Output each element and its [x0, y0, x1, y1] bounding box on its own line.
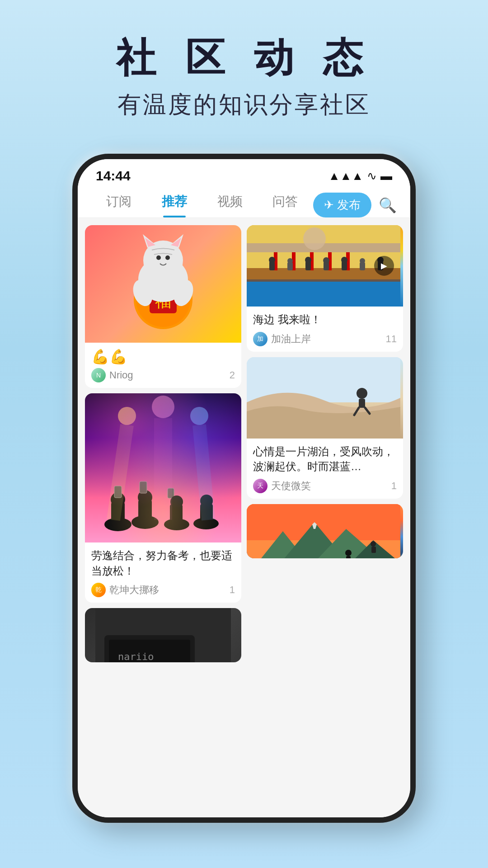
svg-point-55 [305, 257, 311, 263]
desk-svg: nariio [95, 608, 231, 662]
desert-author: 天 天使微笑 [253, 479, 311, 493]
svg-rect-41 [247, 279, 400, 307]
left-column: 福 [85, 225, 241, 810]
cat-post-count: 2 [230, 369, 235, 381]
desert-title: 心情是一片湖泊，受风吹动，波澜起伏。时而湛蓝… [253, 444, 397, 474]
sea-post-count: 11 [386, 333, 397, 345]
svg-point-11 [165, 255, 170, 260]
concert-post-card[interactable]: 劳逸结合，努力备考，也要适当放松！ 乾 乾坤大挪移 1 [85, 393, 241, 603]
svg-point-61 [360, 258, 365, 264]
svg-rect-79 [371, 547, 376, 553]
sea-post-card[interactable]: ▶ 海边 我来啦！ 加 加油上岸 11 [247, 225, 403, 352]
nriog-avatar: N [91, 368, 106, 382]
tab-video[interactable]: 视频 [202, 193, 258, 217]
svg-point-65 [357, 388, 367, 399]
signal-icon: ▲▲▲ [328, 169, 363, 183]
concert-title: 劳逸结合，努力备考，也要适当放松！ [91, 548, 235, 578]
cat-card-body: 💪💪 N Nriog 2 [85, 343, 241, 388]
cat-illustration: 福 [111, 230, 215, 338]
concert-card-body: 劳逸结合，努力备考，也要适当放松！ 乾 乾坤大挪移 1 [85, 542, 241, 603]
cat-post-author: N Nriog [91, 368, 133, 382]
jiayou-avatar: 加 [253, 332, 267, 346]
page-title-area: 社 区 动 态 有温度的知识分享社区 [0, 0, 488, 139]
tianshi-avatar: 天 [253, 479, 267, 493]
page-title: 社 区 动 态 [0, 36, 488, 80]
desert-post-card[interactable]: 心情是一片湖泊，受风吹动，波澜起伏。时而湛蓝… 天 天使微笑 1 [247, 357, 403, 499]
desert-image [247, 357, 403, 439]
mountain-svg [247, 504, 400, 558]
tab-recommend[interactable]: 推荐 [147, 193, 202, 217]
mountain-image [247, 504, 403, 558]
desk-post-card[interactable]: nariio [85, 608, 241, 662]
desert-card-body: 心情是一片湖泊，受风吹动，波澜起伏。时而湛蓝… 天 天使微笑 1 [247, 439, 403, 499]
concert-author: 乾 乾坤大挪移 [91, 583, 159, 597]
svg-rect-66 [359, 399, 365, 408]
desk-image: nariio [85, 608, 241, 662]
concert-image [85, 393, 241, 542]
svg-point-51 [269, 257, 275, 263]
svg-point-59 [341, 257, 347, 263]
publish-button[interactable]: ✈ 发布 [313, 193, 371, 217]
svg-point-78 [371, 541, 376, 547]
concert-lights [85, 393, 241, 542]
status-bar: 14:44 ▲▲▲ ∿ ▬ [78, 159, 410, 188]
right-column: ▶ 海边 我来啦！ 加 加油上岸 11 [247, 225, 403, 810]
cat-post-card[interactable]: 福 [85, 225, 241, 388]
svg-point-49 [303, 227, 326, 250]
sea-image: ▶ [247, 225, 403, 307]
battery-icon: ▬ [380, 169, 392, 183]
svg-point-10 [156, 255, 161, 260]
desert-post-count: 1 [391, 480, 397, 492]
sea-card-footer: 加 加油上岸 11 [253, 332, 397, 346]
status-icons: ▲▲▲ ∿ ▬ [328, 169, 392, 183]
svg-point-57 [323, 257, 329, 264]
svg-rect-77 [346, 556, 351, 558]
nav-tabs: 订阅 推荐 视频 问答 ✈ 发布 🔍 [78, 188, 410, 218]
page-background: 社 区 动 态 有温度的知识分享社区 14:44 ▲▲▲ ∿ ▬ 订阅 推荐 视… [0, 0, 488, 139]
concert-post-count: 1 [230, 584, 235, 596]
play-button[interactable]: ▶ [374, 256, 394, 276]
tianshi-name: 天使微笑 [271, 479, 311, 493]
qiankun-avatar: 乾 [91, 583, 106, 597]
desert-card-footer: 天 天使微笑 1 [253, 479, 397, 493]
tab-subscribe[interactable]: 订阅 [91, 193, 147, 217]
concert-card-footer: 乾 乾坤大挪移 1 [91, 583, 235, 597]
content-area: 福 [78, 218, 410, 817]
phone-mockup: 14:44 ▲▲▲ ∿ ▬ 订阅 推荐 视频 问答 ✈ 发布 [72, 154, 416, 823]
svg-point-76 [345, 550, 352, 556]
desert-svg [247, 357, 400, 439]
sea-author: 加 加油上岸 [253, 332, 311, 346]
tab-qa[interactable]: 问答 [258, 193, 313, 217]
mountain-post-card[interactable]: 生活中的幸福在于感恩和分享。感激身边的人和事，… [247, 504, 403, 558]
qiankun-name: 乾坤大挪移 [109, 583, 159, 597]
sea-card-body: 海边 我来啦！ 加 加油上岸 11 [247, 307, 403, 352]
page-subtitle: 有温度的知识分享社区 [0, 89, 488, 121]
nriog-name: Nriog [109, 369, 133, 381]
jiayou-name: 加油上岸 [271, 332, 311, 346]
sea-title: 海边 我来啦！ [253, 312, 397, 327]
cat-image: 福 [85, 225, 241, 343]
wifi-icon: ∿ [367, 169, 377, 183]
svg-text:nariio: nariio [118, 651, 154, 662]
search-button[interactable]: 🔍 [379, 197, 397, 214]
status-time: 14:44 [96, 168, 131, 184]
cat-caption: 💪💪 [91, 348, 235, 365]
cat-card-footer: N Nriog 2 [91, 368, 235, 382]
svg-point-53 [287, 258, 293, 264]
